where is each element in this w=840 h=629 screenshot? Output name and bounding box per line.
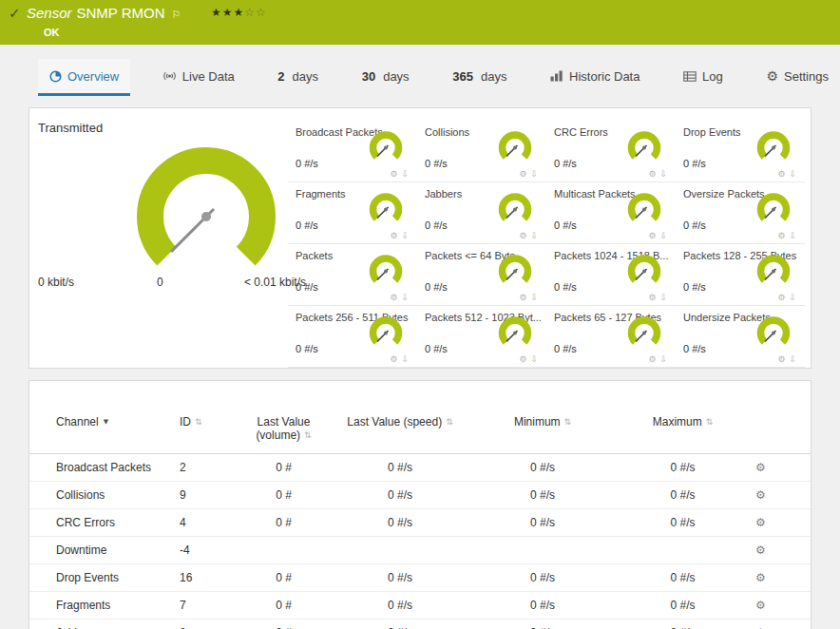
gauge-settings-icon[interactable]: ⚙ <box>648 231 656 240</box>
gauge-settings-icon[interactable]: ⚙ <box>777 293 785 302</box>
stars-empty-icon[interactable]: ☆☆ <box>244 6 267 19</box>
channel-gauge-cell[interactable]: Packets 512 - 1023 Byt... 0 #/s ⚙⇩ <box>417 306 546 368</box>
gauge-download-icon[interactable]: ⇩ <box>530 169 538 179</box>
cell-minimum: 0 #/s <box>471 619 614 629</box>
channel-gauge-cell[interactable]: Packets 256 - 511 Bytes 0 #/s ⚙⇩ <box>288 306 417 368</box>
channel-gauge-cell[interactable]: Fragments 0 #/s ⚙⇩ <box>288 182 417 244</box>
channel-gauge-cell[interactable]: Collisions 0 #/s ⚙⇩ <box>417 121 546 182</box>
channel-gauge <box>362 125 410 168</box>
channel-gauge <box>491 249 539 292</box>
table-row[interactable]: Fragments 7 0 # 0 #/s 0 #/s 0 #/s ⚙ <box>29 592 811 619</box>
tab-overview[interactable]: Overview <box>38 59 130 96</box>
cell-id: 2 <box>172 454 239 482</box>
tab-365-days[interactable]: 365 days <box>441 59 518 96</box>
tab-historic-data[interactable]: Historic Data <box>539 59 651 96</box>
cell-maximum: 0 #/s <box>614 482 752 509</box>
channel-gauge-cell[interactable]: Packets 0 #/s ⚙⇩ <box>288 244 417 306</box>
channel-gauge-grid: Broadcast Packets 0 #/s ⚙⇩ Collisions 0 … <box>288 121 805 368</box>
tab-settings[interactable]: ⚙ Settings <box>754 59 840 96</box>
gauge-download-icon[interactable]: ⇩ <box>659 354 667 364</box>
channel-gauge-cell[interactable]: Oversize Packets 0 #/s ⚙⇩ <box>676 182 805 244</box>
channel-gauge-cell[interactable]: CRC Errors 0 #/s ⚙⇩ <box>546 121 676 182</box>
channel-settings-icon[interactable]: ⚙ <box>755 516 766 529</box>
col-header-maximum[interactable]: Maximum⇅ <box>614 381 752 454</box>
channel-gauge-cell[interactable]: Broadcast Packets 0 #/s ⚙⇩ <box>288 121 417 182</box>
tab-30-days[interactable]: 30 days <box>351 59 421 96</box>
gauge-settings-icon[interactable]: ⚙ <box>777 169 785 179</box>
col-header-channel[interactable]: Channel▼ <box>29 381 172 454</box>
table-row[interactable]: Downtime -4 ⚙ <box>29 537 811 564</box>
cell-volume: 0 # <box>239 454 329 482</box>
gauge-settings-icon[interactable]: ⚙ <box>648 169 656 179</box>
gauge-settings-icon[interactable]: ⚙ <box>519 169 526 179</box>
tab-live-data[interactable]: Live Data <box>151 59 246 96</box>
cell-id: 8 <box>172 619 239 629</box>
channel-settings-icon[interactable]: ⚙ <box>755 571 766 584</box>
gauge-settings-icon[interactable]: ⚙ <box>519 231 526 240</box>
tab-historic-data-label: Historic Data <box>569 69 640 84</box>
channel-gauge-cell[interactable]: Multicast Packets 0 #/s ⚙⇩ <box>546 182 676 244</box>
gauge-download-icon[interactable]: ⇩ <box>789 354 796 364</box>
gauge-settings-icon[interactable]: ⚙ <box>519 293 526 302</box>
gauge-download-icon[interactable]: ⇩ <box>659 293 667 302</box>
channel-settings-icon[interactable]: ⚙ <box>755 461 766 474</box>
channel-gauge <box>750 311 797 353</box>
col-header-minimum[interactable]: Minimum⇅ <box>471 381 614 454</box>
tab-log[interactable]: Log <box>672 59 735 96</box>
gauge-download-icon[interactable]: ⇩ <box>401 293 409 302</box>
col-header-last-value-speed[interactable]: Last Value (speed)⇅ <box>329 381 471 454</box>
stars-filled-icon[interactable]: ★★★ <box>211 6 244 19</box>
sorted-desc-icon: ▼ <box>104 418 108 426</box>
gauge-download-icon[interactable]: ⇩ <box>530 231 538 240</box>
channel-gauge-value: 0 #/s <box>296 219 318 231</box>
gauge-settings-icon[interactable]: ⚙ <box>777 231 785 240</box>
channel-gauge <box>750 249 797 292</box>
gauge-download-icon[interactable]: ⇩ <box>401 169 409 179</box>
channel-gauge-cell[interactable]: Packets 65 - 127 Bytes 0 #/s ⚙⇩ <box>546 306 676 368</box>
gauge-download-icon[interactable]: ⇩ <box>789 293 796 302</box>
priority-stars[interactable]: ★★★☆☆ <box>211 6 267 19</box>
cell-volume: 0 # <box>239 482 329 509</box>
channel-gauge <box>620 311 668 353</box>
cell-volume: 0 # <box>239 509 329 537</box>
table-row[interactable]: Broadcast Packets 2 0 # 0 #/s 0 #/s 0 #/… <box>29 454 811 482</box>
gauge-download-icon[interactable]: ⇩ <box>659 231 667 240</box>
gauge-download-icon[interactable]: ⇩ <box>401 354 409 364</box>
table-row[interactable]: Drop Events 16 0 # 0 #/s 0 #/s 0 #/s ⚙ <box>29 564 811 592</box>
table-row[interactable]: Jabbers 8 0 # 0 #/s 0 #/s 0 #/s ⚙ <box>29 619 811 629</box>
gauge-settings-icon[interactable]: ⚙ <box>519 354 526 364</box>
channel-gauge <box>620 187 668 230</box>
channel-table-panel: Channel▼ ID⇅ Last Value (volume)⇅ Last V… <box>29 380 811 629</box>
transmitted-gauge <box>125 139 287 281</box>
table-row[interactable]: Collisions 9 0 # 0 #/s 0 #/s 0 #/s ⚙ <box>29 482 811 509</box>
channel-gauge-cell[interactable]: Packets 1024 - 1518 B... 0 #/s ⚙⇩ <box>546 244 676 306</box>
table-row[interactable]: CRC Errors 4 0 # 0 #/s 0 #/s 0 #/s ⚙ <box>29 509 811 537</box>
tab-2-days[interactable]: 2 days <box>266 59 330 96</box>
gauge-settings-icon[interactable]: ⚙ <box>390 354 397 364</box>
col-header-last-value-volume[interactable]: Last Value (volume)⇅ <box>239 381 329 454</box>
gauge-download-icon[interactable]: ⇩ <box>659 169 667 179</box>
channel-gauge-cell[interactable]: Jabbers 0 #/s ⚙⇩ <box>417 182 546 244</box>
gauge-settings-icon[interactable]: ⚙ <box>390 231 397 240</box>
col-header-id[interactable]: ID⇅ <box>172 381 239 454</box>
flag-icon[interactable]: ⚐ <box>172 9 181 21</box>
channel-settings-icon[interactable]: ⚙ <box>755 488 766 502</box>
gauge-download-icon[interactable]: ⇩ <box>530 354 538 364</box>
channel-gauge-cell[interactable]: Drop Events 0 #/s ⚙⇩ <box>676 121 805 182</box>
gauge-download-icon[interactable]: ⇩ <box>530 293 538 302</box>
gauge-settings-icon[interactable]: ⚙ <box>777 354 785 364</box>
channel-gauge-cell[interactable]: Undersize Packets 0 #/s ⚙⇩ <box>676 306 805 368</box>
gauge-settings-icon[interactable]: ⚙ <box>390 293 397 302</box>
channel-settings-icon[interactable]: ⚙ <box>755 599 766 612</box>
gauge-download-icon[interactable]: ⇩ <box>789 169 796 179</box>
channel-settings-icon[interactable]: ⚙ <box>755 543 766 557</box>
gauge-settings-icon[interactable]: ⚙ <box>648 354 656 364</box>
tab-365-days-number: 365 <box>452 69 473 84</box>
gauge-download-icon[interactable]: ⇩ <box>789 231 796 240</box>
gauge-settings-icon[interactable]: ⚙ <box>648 293 656 302</box>
channel-gauge-cell[interactable]: Packets <= 64 Byte 0 #/s ⚙⇩ <box>417 244 546 306</box>
gauge-settings-icon[interactable]: ⚙ <box>390 169 397 179</box>
gauge-download-icon[interactable]: ⇩ <box>401 231 409 240</box>
tab-2-days-label: days <box>293 69 318 84</box>
channel-gauge-cell[interactable]: Packets 128 - 255 Bytes 0 #/s ⚙⇩ <box>676 244 805 306</box>
